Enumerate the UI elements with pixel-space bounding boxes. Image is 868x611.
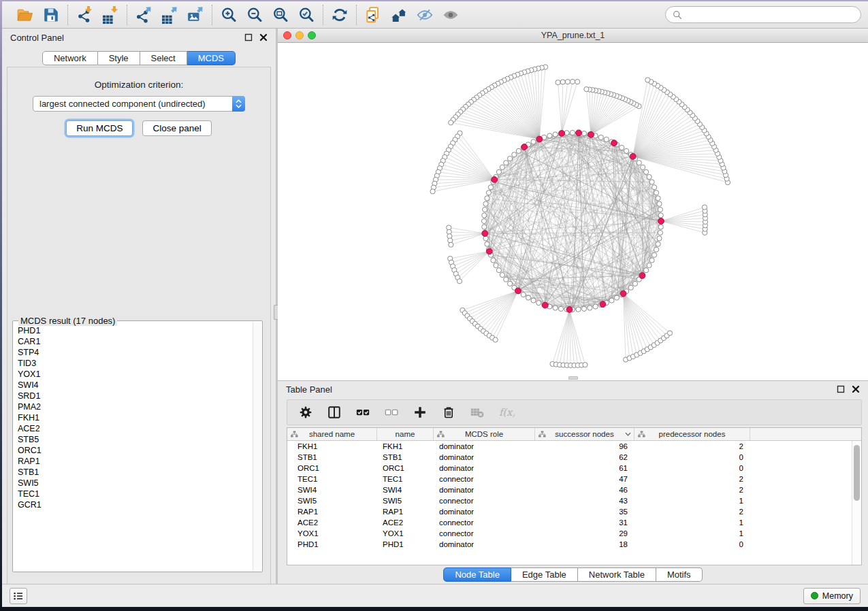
- table-row[interactable]: TEC1TEC1connector472: [287, 474, 852, 484]
- delete-table-button[interactable]: [468, 403, 486, 421]
- task-history-button[interactable]: [10, 588, 27, 604]
- tab-mcds[interactable]: MCDS: [187, 51, 236, 65]
- memory-label: Memory: [822, 591, 853, 601]
- network-window-titlebar[interactable]: YPA_prune.txt_1: [278, 29, 868, 43]
- mcds-result-node[interactable]: SRD1: [14, 391, 252, 401]
- table-panel-title: Table Panel: [286, 384, 332, 395]
- trash-button[interactable]: [440, 403, 457, 421]
- mcds-result-node[interactable]: STB5: [14, 434, 252, 445]
- cell: 2: [634, 508, 750, 516]
- search-input[interactable]: [686, 8, 854, 22]
- zoom-out-button[interactable]: [244, 5, 265, 25]
- mcds-result-node[interactable]: RAP1: [14, 456, 252, 467]
- mcds-result-node[interactable]: PHD1: [14, 325, 252, 336]
- cell: 61: [535, 464, 634, 472]
- save-button[interactable]: [41, 5, 61, 25]
- mcds-result-node[interactable]: ACE2: [14, 423, 252, 434]
- table-row[interactable]: SWI4SWI4dominator462: [287, 484, 852, 495]
- mcds-result-node[interactable]: CAR1: [14, 336, 252, 347]
- float-table-panel-icon[interactable]: [836, 385, 845, 394]
- zoom-selected-button[interactable]: [296, 5, 317, 25]
- tab-motifs[interactable]: Motifs: [656, 567, 703, 582]
- column-header-successor-nodes[interactable]: successor nodes: [535, 428, 634, 440]
- mcds-result-node[interactable]: STP4: [14, 347, 252, 358]
- mcds-result-list[interactable]: PHD1CAR1STP4TID3YOX1SWI4SRD1PMA2FKH1ACE2…: [14, 325, 252, 570]
- add-icon: [413, 405, 428, 420]
- export-image-button[interactable]: [185, 5, 206, 25]
- mcds-result-node[interactable]: YOX1: [14, 369, 252, 380]
- check-off-button[interactable]: [383, 403, 400, 421]
- run-mcds-button[interactable]: Run MCDS: [66, 120, 133, 136]
- split-pane-button[interactable]: [325, 403, 343, 421]
- memory-button[interactable]: Memory: [803, 588, 861, 604]
- hide-selected-button[interactable]: [415, 5, 435, 25]
- network-canvas[interactable]: [278, 43, 868, 380]
- network-graph[interactable]: [278, 43, 868, 380]
- tab-network[interactable]: Network: [42, 51, 98, 65]
- close-panel-button[interactable]: Close panel: [142, 120, 211, 136]
- tab-node-table[interactable]: Node Table: [443, 567, 511, 582]
- table-row[interactable]: RAP1RAP1dominator352: [287, 506, 852, 517]
- mcds-result-node[interactable]: TID3: [14, 358, 252, 369]
- tab-network-table[interactable]: Network Table: [578, 567, 656, 582]
- table-row[interactable]: FKH1FKH1dominator962: [287, 441, 852, 452]
- mcds-result-node[interactable]: ORC1: [14, 445, 252, 456]
- cell: 46: [535, 486, 634, 494]
- column-header-predecessor-nodes[interactable]: predecessor nodes: [634, 428, 750, 440]
- import-table-icon: [101, 6, 119, 24]
- table-row[interactable]: STB1STB1dominator620: [287, 452, 852, 463]
- mcds-result-node[interactable]: SWI5: [14, 478, 252, 489]
- close-table-panel-icon[interactable]: [851, 385, 860, 394]
- fx-button[interactable]: f(x): [497, 403, 515, 421]
- table-row[interactable]: YOX1YOX1connector291: [287, 528, 852, 539]
- cell: 0: [634, 464, 750, 472]
- mcds-result-node[interactable]: TEC1: [14, 489, 252, 499]
- first-neighbors-button[interactable]: [389, 5, 409, 25]
- mcds-result-node[interactable]: SWI4: [14, 380, 252, 391]
- cell: dominator: [434, 453, 535, 461]
- table-scrollbar-thumb[interactable]: [854, 445, 860, 501]
- column-header-MCDS-role[interactable]: MCDS role: [434, 428, 535, 440]
- delete-table-icon: [468, 405, 486, 420]
- canvas-splitter-grip[interactable]: [568, 376, 578, 380]
- close-panel-icon[interactable]: [259, 33, 268, 42]
- mcds-result-node[interactable]: STB1: [14, 467, 252, 478]
- table-row[interactable]: SWI5SWI5connector431: [287, 495, 852, 506]
- search-box[interactable]: [665, 6, 861, 23]
- optimization-criterion-select[interactable]: largest connected component (undirected): [33, 96, 245, 112]
- zoom-in-button[interactable]: [219, 5, 239, 25]
- mcds-result-scrollbar[interactable]: [253, 323, 261, 570]
- cell: dominator: [434, 486, 535, 494]
- cell: 31: [535, 518, 634, 527]
- check-on-button[interactable]: [354, 403, 372, 421]
- mcds-result-node[interactable]: GCR1: [14, 499, 252, 510]
- show-all-button[interactable]: [440, 5, 461, 25]
- float-panel-icon[interactable]: [244, 33, 253, 42]
- gear-button[interactable]: [297, 403, 315, 421]
- cell: TEC1: [287, 475, 377, 483]
- add-button[interactable]: [411, 403, 429, 421]
- import-network-button[interactable]: [74, 5, 95, 25]
- tab-select[interactable]: Select: [140, 51, 187, 65]
- tab-edge-table[interactable]: Edge Table: [511, 567, 578, 582]
- column-header-shared-name[interactable]: shared name: [287, 428, 377, 440]
- table-scrollbar[interactable]: [852, 441, 861, 565]
- open-file-button[interactable]: [15, 5, 35, 25]
- import-table-button[interactable]: [100, 5, 120, 25]
- duplicate-network-button[interactable]: [363, 5, 383, 25]
- refresh-button[interactable]: [329, 5, 350, 25]
- zoom-fit-button[interactable]: [270, 5, 291, 25]
- tab-style[interactable]: Style: [98, 51, 140, 65]
- mcds-result-node[interactable]: PMA2: [14, 401, 252, 412]
- export-network-button[interactable]: [133, 5, 154, 25]
- mcds-result-node[interactable]: FKH1: [14, 412, 252, 423]
- cell: ORC1: [287, 464, 377, 472]
- cell: TEC1: [377, 475, 434, 483]
- table-row[interactable]: ACE2ACE2connector311: [287, 517, 852, 528]
- table-row[interactable]: PHD1PHD1dominator180: [287, 539, 852, 550]
- cell: RAP1: [287, 508, 377, 516]
- cell: 47: [535, 475, 634, 483]
- column-header-name[interactable]: name: [377, 428, 434, 440]
- table-row[interactable]: ORC1ORC1dominator610: [287, 463, 852, 474]
- export-table-button[interactable]: [159, 5, 180, 25]
